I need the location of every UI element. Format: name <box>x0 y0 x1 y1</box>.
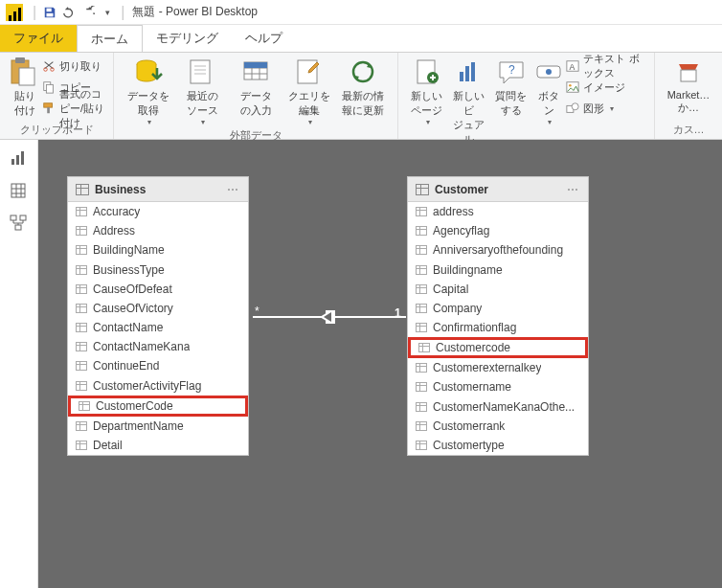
field-icon <box>416 304 427 313</box>
table-menu-icon[interactable]: ⋯ <box>227 183 240 196</box>
field-item[interactable]: BusinessType <box>68 260 248 280</box>
field-item[interactable]: CauseOfDefeat <box>68 280 248 299</box>
qat-dropdown-icon[interactable]: ▾ <box>98 3 117 22</box>
table-menu-icon[interactable]: ⋯ <box>567 183 580 196</box>
relationship-cardinality-left: * <box>255 305 259 318</box>
svg-rect-1 <box>47 12 54 16</box>
undo-icon[interactable] <box>59 3 79 22</box>
format-painter-button[interactable]: 書式のコピー/貼り付け <box>42 99 105 118</box>
table-name: Business <box>95 183 146 196</box>
field-item[interactable]: CustomerNameKanaOthe... <box>408 397 588 417</box>
field-item[interactable]: Customername <box>408 377 588 396</box>
new-visual-button[interactable]: 新しいビ ジュアル <box>450 57 488 147</box>
paste-button[interactable]: 貼り 付け <box>10 57 40 118</box>
svg-rect-21 <box>471 62 475 81</box>
edit-queries-button[interactable]: クエリを 編集▾ <box>284 57 334 126</box>
data-view-icon[interactable] <box>10 182 29 201</box>
marketplace-button[interactable]: Market… か… <box>665 57 712 115</box>
field-item[interactable]: Company <box>408 299 588 318</box>
tab-home[interactable]: ホーム <box>77 25 143 52</box>
field-icon <box>76 421 87 431</box>
svg-rect-4 <box>19 68 34 85</box>
table-card-customer[interactable]: Customer ⋯ addressAgencyflagAnniversaryo… <box>407 176 589 456</box>
new-page-button[interactable]: 新しい ページ▾ <box>408 57 446 126</box>
field-list: addressAgencyflagAnniversaryofthefoundin… <box>408 202 588 455</box>
field-name: ContinueEnd <box>93 359 159 373</box>
buttons-button[interactable]: ボタ ン▾ <box>533 57 564 126</box>
field-item[interactable]: Customerexternalkey <box>408 358 588 377</box>
field-item[interactable]: Customerrank <box>408 417 588 436</box>
field-name: ContactNameKana <box>93 340 190 353</box>
svg-point-24 <box>546 69 552 75</box>
field-item[interactable]: ContinueEnd <box>68 356 248 375</box>
field-item[interactable]: DepartmentName <box>68 417 248 436</box>
svg-rect-0 <box>47 8 52 11</box>
ribbon-group-external: データを 取得▾ 最近の ソース▾ データ の入力 クエリを 編集▾ 最新の情 … <box>114 53 398 139</box>
svg-rect-32 <box>11 159 14 165</box>
enter-data-button[interactable]: データ の入力 <box>231 57 281 118</box>
tab-modeling[interactable]: モデリング <box>143 25 232 52</box>
field-name: Buildingname <box>433 263 503 277</box>
report-view-icon[interactable] <box>10 149 29 169</box>
table-icon <box>416 184 429 195</box>
field-name: Detail <box>93 439 123 452</box>
field-name: Accuracy <box>93 205 140 218</box>
field-icon <box>416 245 427 255</box>
field-item[interactable]: CustomerCode <box>68 396 248 417</box>
field-item[interactable]: BuildingName <box>68 240 248 260</box>
field-item[interactable]: ContactName <box>68 318 248 337</box>
field-item[interactable]: Confirmationflag <box>408 318 588 337</box>
svg-text:?: ? <box>508 63 515 77</box>
model-view-icon[interactable] <box>10 215 29 234</box>
svg-point-16 <box>353 62 372 81</box>
save-icon[interactable] <box>40 3 59 22</box>
table-name: Customer <box>435 183 488 196</box>
edit-queries-icon <box>294 57 325 87</box>
redo-icon[interactable] <box>79 3 98 22</box>
field-item[interactable]: Address <box>68 221 248 240</box>
text-box-icon: A <box>566 59 579 73</box>
field-icon <box>76 381 87 391</box>
field-icon <box>76 265 87 275</box>
field-item[interactable]: Anniversaryofthefounding <box>408 240 588 260</box>
field-item[interactable]: Customertype <box>408 436 588 455</box>
recent-sources-button[interactable]: 最近の ソース▾ <box>177 57 227 126</box>
table-header[interactable]: Business ⋯ <box>68 177 248 202</box>
field-item[interactable]: Agencyflag <box>408 221 588 240</box>
field-item[interactable]: Detail <box>68 436 248 455</box>
ask-question-button[interactable]: ?質問を する <box>492 57 530 118</box>
cut-icon <box>42 59 56 73</box>
field-item[interactable]: Accuracy <box>68 202 248 221</box>
field-name: Agencyflag <box>433 224 489 237</box>
field-icon <box>76 207 87 216</box>
recent-icon <box>187 57 217 87</box>
image-button[interactable]: イメージ <box>566 78 646 97</box>
table-card-business[interactable]: Business ⋯ AccuracyAddressBuildingNameBu… <box>67 176 249 456</box>
field-item[interactable]: Capital <box>408 280 588 299</box>
field-icon <box>416 207 427 216</box>
enter-data-icon <box>240 57 271 87</box>
shapes-icon <box>566 102 579 115</box>
shapes-button[interactable]: 図形▾ <box>566 99 646 118</box>
field-name: DepartmentName <box>93 419 184 433</box>
model-canvas[interactable]: Business ⋯ AccuracyAddressBuildingNameBu… <box>38 140 722 588</box>
tab-file[interactable]: ファイル <box>0 25 77 52</box>
field-name: ContactName <box>93 321 163 334</box>
relationship-arrow-inner <box>324 312 331 322</box>
refresh-button[interactable]: 最新の情 報に更新 <box>338 57 388 118</box>
table-header[interactable]: Customer ⋯ <box>408 177 588 202</box>
text-box-button[interactable]: Aテキスト ボックス <box>566 57 646 76</box>
field-item[interactable]: ContactNameKana <box>68 337 248 356</box>
view-sidebar <box>0 140 38 588</box>
field-item[interactable]: Customercode <box>408 337 588 358</box>
title-bar: | ▾ | 無題 - Power BI Desktop <box>0 0 722 25</box>
question-icon: ? <box>496 57 527 87</box>
get-data-button[interactable]: データを 取得▾ <box>124 57 173 126</box>
field-item[interactable]: Buildingname <box>408 260 588 280</box>
field-item[interactable]: address <box>408 202 588 221</box>
tab-help[interactable]: ヘルプ <box>232 25 296 52</box>
field-item[interactable]: CauseOfVictory <box>68 299 248 318</box>
field-item[interactable]: CustomerActivityFlag <box>68 376 248 396</box>
svg-point-30 <box>573 103 579 110</box>
cut-button[interactable]: 切り取り <box>42 57 105 76</box>
